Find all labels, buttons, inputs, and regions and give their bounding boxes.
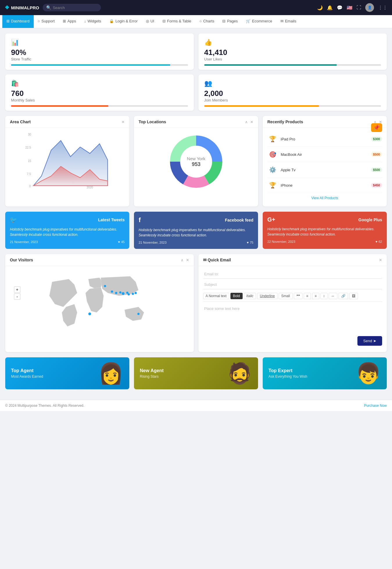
nav-forms[interactable]: ⊟ Forms & Table: [158, 15, 196, 28]
visitors-close[interactable]: ✕: [186, 258, 189, 262]
ui-icon: ◎: [146, 19, 149, 23]
nav-pages[interactable]: ⊟ Pages: [218, 15, 242, 28]
widget-row: Area Chart ✕ 30 22.5 15 7.5 0: [5, 116, 387, 206]
nav-dashboard[interactable]: ⊞ Dashboard: [2, 15, 34, 28]
stat-card-traffic: 📊 90% Store Traffic: [5, 33, 194, 70]
top-locations-header: Top Locations ∧ ✕: [134, 116, 258, 128]
google-header: G+ Google Plus: [267, 216, 382, 223]
visitors-card: Our Visitors ∧ ✕ + -: [5, 254, 194, 352]
recently-products-card: Recently Products ∧ ✕ 📌 🏆 iPad Pro $300 …: [263, 116, 387, 206]
top-locations-collapse[interactable]: ∧: [245, 120, 248, 124]
visitors-body: + -: [5, 266, 194, 347]
nav-widgets[interactable]: ↓ Widgets: [80, 15, 105, 28]
nav-support[interactable]: ○ Support: [34, 15, 59, 28]
chat-icon[interactable]: 💬: [337, 5, 343, 10]
nav-forms-label: Forms & Table: [167, 19, 191, 23]
area-chart-close[interactable]: ✕: [121, 120, 125, 124]
toolbar-indent[interactable]: ↕: [321, 293, 327, 299]
visitors-controls[interactable]: ∧ ✕: [181, 258, 189, 262]
facebook-likes: ♥ 75: [247, 241, 253, 244]
lock-icon: 🔒: [109, 19, 114, 23]
map-zoom-out[interactable]: -: [14, 293, 20, 300]
menu-icon[interactable]: ⋮⋮: [378, 5, 387, 10]
bell-icon[interactable]: 🔔: [327, 5, 333, 10]
toolbar-image[interactable]: 🖼: [349, 293, 358, 299]
footer: © 2024 Multipurpose Themes. All Rights R…: [0, 400, 392, 411]
nav-login-error[interactable]: 🔒 Login & Error: [105, 15, 142, 28]
quick-email-header: ✉ Quick Email ✕: [198, 254, 387, 266]
map-zoom-in[interactable]: +: [14, 286, 20, 293]
toolbar-italic[interactable]: Italic: [244, 293, 256, 299]
members-value: 2,000: [204, 89, 381, 98]
svg-text:15: 15: [28, 159, 31, 163]
recently-products-title: Recently Products: [267, 119, 303, 124]
search-input[interactable]: [53, 6, 97, 10]
nav-emails[interactable]: ✉ Emails: [276, 15, 300, 28]
toolbar-align[interactable]: ↔: [329, 293, 337, 299]
google-footer: 22 November, 2023 ♥ 62: [267, 240, 382, 243]
svg-point-18: [132, 293, 134, 295]
twitter-name: Latest Tweets: [98, 217, 125, 222]
toolbar-bold[interactable]: Bold: [230, 293, 243, 299]
view-all-products[interactable]: View All Products: [267, 193, 382, 203]
twitter-icon: 🐦: [10, 216, 17, 223]
email-body-text[interactable]: Place some text here: [203, 304, 382, 333]
nav-ecommerce[interactable]: 🛒 Ecommerce: [242, 15, 276, 28]
likes-value: 41,410: [204, 48, 381, 57]
likes-bar-fill: [204, 64, 337, 66]
toolbar-list-unordered[interactable]: ≡: [304, 293, 311, 299]
google-card: G+ Google Plus Holisticly benchmark plug…: [263, 212, 387, 249]
heart-icon: ♥: [118, 240, 120, 244]
top-locations-close[interactable]: ✕: [250, 120, 253, 124]
twitter-likes-count: 45: [121, 240, 125, 244]
facebook-text: Holisticly benchmark plug imperatives fo…: [139, 227, 253, 238]
toolbar-underline[interactable]: Underline: [257, 293, 277, 299]
twitter-likes: ♥ 45: [118, 240, 125, 244]
agent-info-top: Top Agent Most Awards Earned: [11, 368, 43, 379]
svg-point-12: [111, 290, 113, 293]
svg-point-17: [128, 293, 130, 296]
nav-ui[interactable]: ◎ UI: [142, 15, 158, 28]
quick-email-body: A Normal text Bold Italic Underline Smal…: [198, 266, 387, 352]
email-to-input[interactable]: [203, 270, 382, 279]
topbar: ❖ MINIMALPRO 🔍 🌙 🔔 💬 🇺🇸 ⛶ 👤 ⋮⋮: [0, 0, 392, 15]
fullscreen-icon[interactable]: ⛶: [357, 5, 361, 10]
visitors-collapse[interactable]: ∧: [181, 258, 184, 262]
world-map-svg: [10, 271, 189, 338]
quick-email-controls[interactable]: ✕: [379, 258, 382, 262]
toolbar-list-ordered[interactable]: ≡: [312, 293, 319, 299]
dark-mode-icon[interactable]: 🌙: [317, 5, 323, 10]
flag-icon[interactable]: 🇺🇸: [347, 5, 352, 10]
google-text: Holisticly benchmark plug imperatives fo…: [267, 226, 382, 237]
agent-card-top: Top Agent Most Awards Earned 👩: [5, 357, 129, 389]
email-subject-input[interactable]: [203, 280, 382, 289]
traffic-bar-fill: [11, 64, 170, 66]
facebook-header: f Facebook feed: [139, 216, 253, 224]
nav-support-label: Support: [41, 19, 55, 23]
google-likes: ♥ 62: [375, 240, 382, 243]
search-box[interactable]: 🔍: [43, 4, 101, 11]
product-icon-macbook: 🎯: [267, 149, 278, 160]
toolbar-small[interactable]: Small: [279, 293, 293, 299]
quick-email-close[interactable]: ✕: [379, 258, 382, 262]
footer-purchase-link[interactable]: Purchase Now: [364, 404, 387, 408]
product-icon-iphone: 🏆: [267, 180, 278, 190]
avatar[interactable]: 👤: [365, 3, 374, 12]
nav-apps[interactable]: ⊞ Apps: [59, 15, 80, 28]
logo-text: MINIMALPRO: [11, 5, 39, 10]
toolbar-quote[interactable]: ❝❝: [294, 293, 302, 299]
product-name-iphone: iPhone: [281, 183, 368, 188]
traffic-label: Store Traffic: [11, 57, 188, 61]
pages-icon: ⊟: [222, 19, 225, 23]
area-chart-controls[interactable]: ✕: [121, 120, 125, 124]
google-name: Google Plus: [358, 217, 382, 222]
product-name-appletv: Apple Tv: [281, 168, 368, 172]
map-controls[interactable]: + -: [14, 286, 20, 300]
send-button[interactable]: Send ➤: [357, 336, 382, 346]
top-locations-controls[interactable]: ∧ ✕: [245, 120, 253, 124]
toolbar-link[interactable]: 🔗: [339, 293, 348, 299]
area-chart-body: 30 22.5 15 7.5 0: [5, 128, 129, 193]
nav-charts[interactable]: ○ Charts: [195, 15, 218, 28]
footer-copy: © 2024 Multipurpose Themes. All Rights R…: [5, 404, 84, 408]
toolbar-normal-text[interactable]: A Normal text: [203, 293, 229, 299]
